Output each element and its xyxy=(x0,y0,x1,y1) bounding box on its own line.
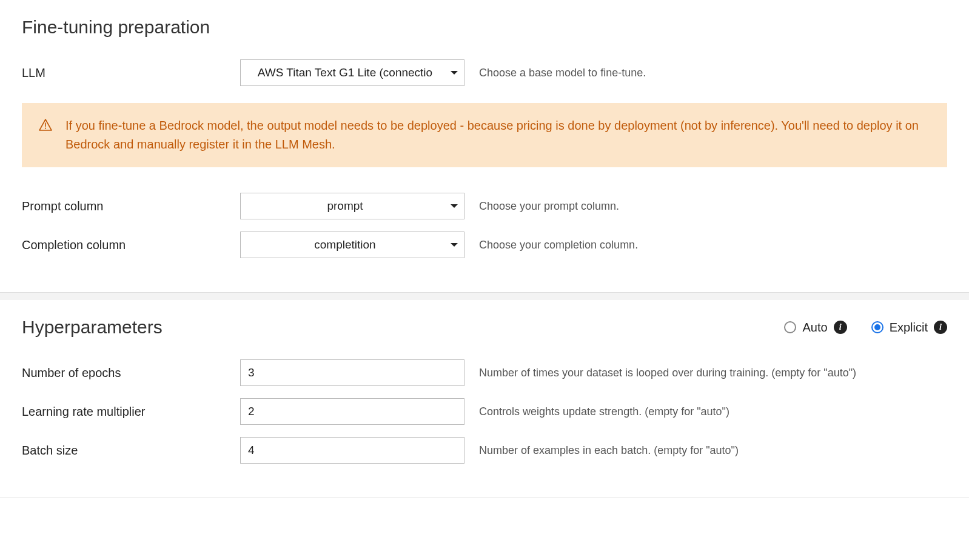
epochs-label: Number of epochs xyxy=(22,366,240,380)
radio-icon xyxy=(871,321,884,333)
lr-multiplier-label: Learning rate multiplier xyxy=(22,405,240,419)
mode-auto-label: Auto xyxy=(802,321,827,335)
completion-column-row: Completion column completition Choose yo… xyxy=(22,232,947,258)
hyperparameters-section: Hyperparameters Auto i Explicit i Number… xyxy=(0,293,969,498)
hyperparameters-mode-radio-group: Auto i Explicit i xyxy=(784,321,947,335)
info-icon[interactable]: i xyxy=(834,321,847,334)
prompt-column-select[interactable]: prompt xyxy=(240,193,464,219)
epochs-help: Number of times your dataset is looped o… xyxy=(479,367,856,379)
llm-select[interactable]: AWS Titan Text G1 Lite (connectio xyxy=(240,59,464,86)
prompt-column-label: Prompt column xyxy=(22,199,240,213)
section-title-hyperparameters: Hyperparameters xyxy=(22,317,163,338)
lr-multiplier-help: Controls weights update strength. (empty… xyxy=(479,405,729,418)
epochs-row: Number of epochs Number of times your da… xyxy=(22,359,947,386)
lr-multiplier-row: Learning rate multiplier Controls weight… xyxy=(22,398,947,425)
prompt-column-row: Prompt column prompt Choose your prompt … xyxy=(22,193,947,219)
warning-icon xyxy=(39,119,52,134)
prompt-column-help: Choose your prompt column. xyxy=(479,200,619,213)
completion-column-help: Choose your completion column. xyxy=(479,239,638,252)
lr-multiplier-input[interactable] xyxy=(240,398,464,425)
llm-help: Choose a base model to fine-tune. xyxy=(479,67,646,79)
batch-size-label: Batch size xyxy=(22,444,240,458)
bedrock-warning-text: If you fine-tune a Bedrock model, the ou… xyxy=(65,116,930,154)
mode-explicit-radio[interactable]: Explicit i xyxy=(871,321,947,335)
batch-size-row: Batch size Number of examples in each ba… xyxy=(22,437,947,464)
batch-size-input[interactable] xyxy=(240,437,464,464)
batch-size-help: Number of examples in each batch. (empty… xyxy=(479,444,739,457)
info-icon[interactable]: i xyxy=(934,321,947,334)
svg-point-1 xyxy=(45,128,46,129)
epochs-input[interactable] xyxy=(240,359,464,386)
completion-column-select[interactable]: completition xyxy=(240,232,464,258)
mode-auto-radio[interactable]: Auto i xyxy=(784,321,847,335)
section-title-finetuning: Fine-tuning preparation xyxy=(22,17,947,38)
bedrock-warning-alert: If you fine-tune a Bedrock model, the ou… xyxy=(22,103,947,167)
mode-explicit-label: Explicit xyxy=(890,321,928,335)
fine-tuning-preparation-section: Fine-tuning preparation LLM AWS Titan Te… xyxy=(0,0,969,293)
completion-column-label: Completion column xyxy=(22,238,240,252)
llm-row: LLM AWS Titan Text G1 Lite (connectio Ch… xyxy=(22,59,947,86)
llm-label: LLM xyxy=(22,66,240,80)
radio-icon xyxy=(784,321,796,333)
